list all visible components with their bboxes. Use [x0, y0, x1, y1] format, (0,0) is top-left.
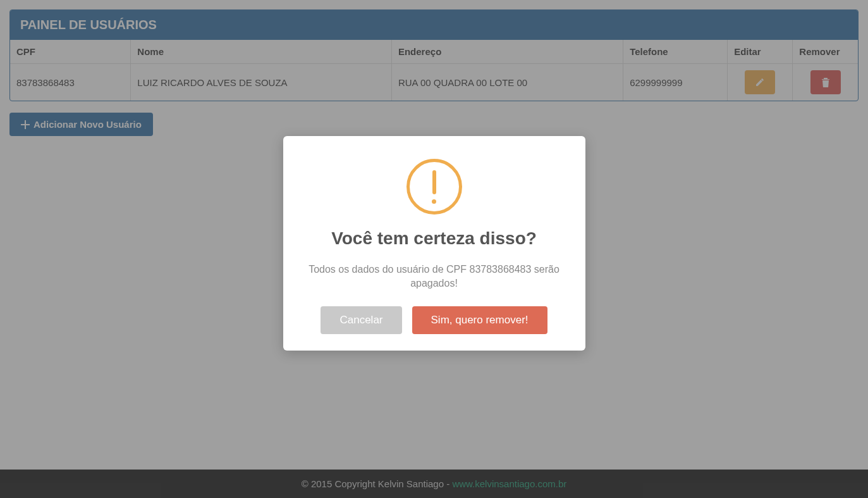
modal-buttons: Cancelar Sim, quero remover!: [302, 306, 566, 334]
warning-icon: [406, 159, 462, 215]
confirm-modal: Você tem certeza disso? Todos os dados d…: [283, 136, 585, 351]
confirm-button[interactable]: Sim, quero remover!: [412, 306, 547, 334]
cancel-button[interactable]: Cancelar: [321, 306, 401, 334]
modal-text: Todos os dados do usuário de CPF 8378386…: [302, 263, 566, 290]
modal-overlay[interactable]: Você tem certeza disso? Todos os dados d…: [0, 0, 868, 498]
modal-title: Você tem certeza disso?: [302, 228, 566, 249]
